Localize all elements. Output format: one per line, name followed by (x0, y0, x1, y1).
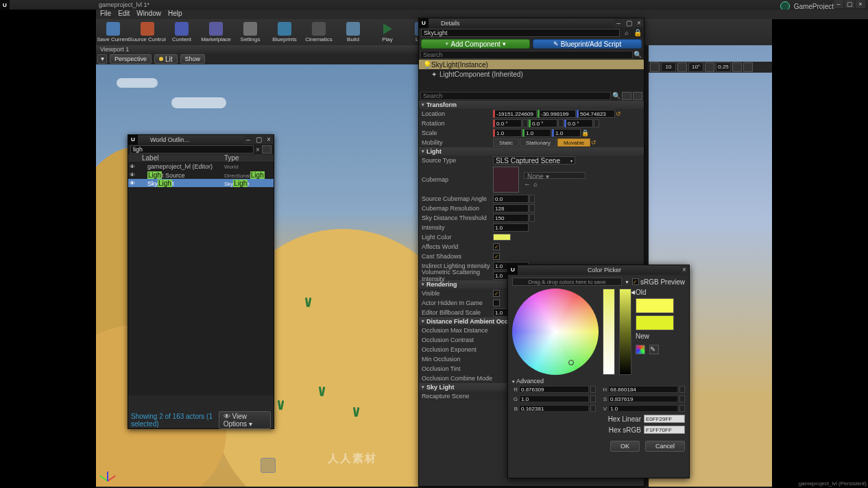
add-component-button[interactable]: + Add Component ▾ (421, 39, 530, 49)
visibility-icon[interactable]: 👁 (130, 180, 138, 186)
location-x[interactable] (493, 110, 537, 118)
advanced-section[interactable]: Advanced (512, 378, 685, 385)
mobility-stationary[interactable]: Stationary (520, 138, 557, 147)
scale-y[interactable] (522, 129, 551, 137)
outliner-row-world[interactable]: 👁 gameproject_lvl (Editor)World (128, 162, 274, 171)
clear-search-icon[interactable]: × (254, 146, 262, 154)
value-strip[interactable]: ◀ (619, 289, 631, 375)
menu-edit[interactable]: Edit (118, 10, 130, 19)
maximize-button[interactable]: ▢ (254, 136, 263, 144)
perspective-button[interactable]: Perspective (110, 54, 152, 64)
cubemap-res-input[interactable] (493, 204, 529, 212)
property-matrix-icon[interactable] (622, 92, 631, 100)
actor-widget-icon[interactable] (261, 458, 276, 473)
section-light[interactable]: Light (419, 147, 644, 156)
intensity-input[interactable] (493, 223, 529, 232)
viewport-tab[interactable]: Viewport 1 (96, 45, 418, 53)
sky-distance-input[interactable] (493, 214, 529, 222)
spinner-icon[interactable] (590, 405, 596, 412)
angle-snap-value[interactable]: 10° (688, 62, 703, 72)
light-color-swatch[interactable] (493, 234, 511, 241)
source-control-button[interactable]: Source Control (130, 19, 165, 45)
spinner-icon[interactable] (590, 395, 596, 402)
r-input[interactable] (520, 387, 588, 392)
translate-icon[interactable] (650, 62, 660, 72)
reset-icon[interactable]: ↺ (616, 110, 623, 117)
reset-icon[interactable]: ↺ (591, 139, 598, 146)
hidden-in-game-checkbox[interactable] (493, 300, 500, 306)
marketplace-button[interactable]: Marketplace (199, 19, 233, 45)
cancel-button[interactable]: Cancel (645, 441, 685, 452)
spinner-icon[interactable] (679, 405, 685, 412)
spinner-icon[interactable] (590, 386, 596, 393)
content-button[interactable]: Content (165, 19, 199, 45)
scale-snap-value[interactable]: 0.25 (716, 62, 731, 72)
eye-filter-icon[interactable] (633, 92, 642, 100)
rotation-x[interactable] (493, 119, 522, 127)
rotation-y[interactable] (529, 119, 557, 127)
spinner-icon[interactable] (529, 195, 535, 203)
lit-button[interactable]: Lit (154, 54, 178, 64)
maximize-button[interactable]: ▢ (845, 0, 854, 8)
mobility-static[interactable]: Static (493, 138, 519, 147)
visible-checkbox[interactable]: ✓ (493, 290, 500, 297)
location-z[interactable] (577, 110, 615, 118)
spinner-icon[interactable] (679, 395, 685, 402)
view-options-button[interactable]: 👁 View Options ▾ (219, 411, 271, 429)
v-input[interactable] (609, 406, 677, 411)
use-selected-icon[interactable]: ← (524, 180, 531, 187)
source-type-dropdown[interactable]: SLS Captured Scene (493, 156, 575, 164)
maximize-button[interactable]: ▢ (624, 19, 634, 27)
affects-world-checkbox[interactable]: ✓ (493, 243, 500, 250)
viewport-options-dropdown[interactable]: ▾ (97, 54, 107, 64)
scale-x[interactable] (493, 129, 522, 137)
spinner-icon[interactable] (679, 386, 685, 393)
g-input[interactable] (520, 396, 588, 402)
cast-shadows-checkbox[interactable]: ✓ (493, 253, 500, 260)
spinner-icon[interactable] (558, 119, 564, 127)
saturation-strip[interactable] (603, 289, 615, 375)
outliner-row-skylight[interactable]: 👁 SkyLightSkyLight (128, 179, 274, 187)
mobility-movable[interactable]: Movable (557, 138, 590, 147)
lock-icon[interactable]: 🔒 (634, 29, 642, 37)
color-wheel[interactable] (512, 289, 599, 375)
spinner-icon[interactable] (522, 119, 528, 127)
value-strip-arrow-icon[interactable]: ◀ (631, 289, 635, 295)
cubemap-thumbnail[interactable] (493, 167, 519, 193)
visibility-icon[interactable]: 👁 (130, 172, 138, 178)
ok-button[interactable]: OK (610, 441, 640, 452)
actor-name-input[interactable] (421, 29, 620, 37)
component-search-input[interactable] (420, 51, 633, 59)
save-button[interactable]: Save Current (96, 19, 130, 45)
hex-srgb-input[interactable] (644, 426, 685, 434)
cinematics-button[interactable]: Cinematics (302, 19, 336, 45)
menu-help[interactable]: Help (168, 10, 182, 19)
play-button[interactable]: Play (370, 19, 405, 45)
component-root[interactable]: 💡SkyLight(Instance) (419, 60, 644, 69)
browse-icon[interactable]: ⌕ (533, 180, 540, 187)
srgb-preview-checkbox[interactable]: ✓ (632, 278, 639, 285)
column-type[interactable]: Type (224, 154, 274, 162)
visibility-icon[interactable]: 👁 (130, 164, 138, 170)
cubemap-angle-input[interactable] (493, 195, 529, 203)
outliner-search-input[interactable] (130, 145, 254, 154)
camera-speed-icon[interactable] (732, 62, 742, 72)
rotation-z[interactable] (564, 119, 593, 127)
eyedropper-icon[interactable]: ✎ (649, 345, 659, 354)
section-transform[interactable]: Transform (419, 101, 644, 109)
scale-z[interactable] (552, 129, 581, 137)
spinner-icon[interactable] (529, 204, 535, 212)
component-child[interactable]: ✦LightComponent (Inherited) (419, 69, 644, 79)
theme-swatch-icon[interactable] (636, 345, 645, 354)
grid-snap-value[interactable]: 10 (661, 62, 676, 72)
location-y[interactable] (538, 110, 576, 118)
spinner-icon[interactable] (594, 119, 599, 127)
minimize-button[interactable]: – (834, 0, 843, 8)
close-button[interactable]: × (634, 19, 644, 27)
s-input[interactable] (609, 396, 677, 402)
blueprints-button[interactable]: Blueprints (267, 19, 302, 45)
menu-file[interactable]: File (100, 10, 111, 19)
show-button[interactable]: Show (180, 54, 206, 64)
build-button[interactable]: Build (336, 19, 370, 45)
browse-icon[interactable]: ⌕ (623, 29, 631, 37)
